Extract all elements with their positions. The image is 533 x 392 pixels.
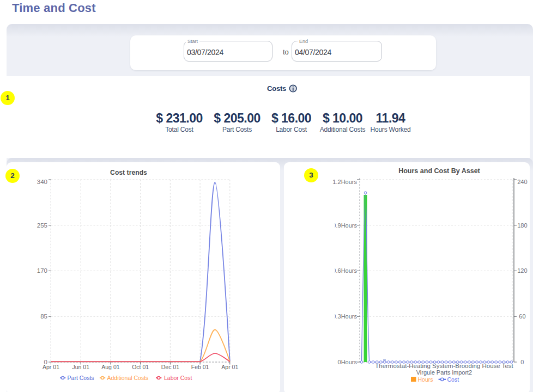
svg-text:Dec 01: Dec 01 — [161, 364, 179, 370]
svg-text:Apr 01: Apr 01 — [221, 364, 238, 370]
svg-text:Thermostat-Heating System-Broo: Thermostat-Heating System-Brooding House… — [375, 363, 513, 369]
svg-text:Virgule Parts import2: Virgule Parts import2 — [416, 369, 473, 376]
svg-text:0Hours: 0Hours — [338, 359, 358, 365]
svg-text:0.9Hours: 0.9Hours — [332, 222, 357, 229]
svg-text:170: 170 — [37, 267, 47, 274]
svg-text:0: 0 — [520, 359, 524, 365]
svg-text:85: 85 — [40, 313, 47, 320]
svg-text:120: 120 — [517, 267, 527, 274]
svg-text:Oct 01: Oct 01 — [132, 364, 149, 370]
svg-text:340: 340 — [37, 179, 47, 185]
svg-text:Cost: Cost — [447, 376, 459, 383]
svg-text:Part Costs: Part Costs — [68, 375, 94, 381]
svg-text:180: 180 — [517, 222, 527, 229]
svg-text:0.6Hours: 0.6Hours — [332, 267, 357, 274]
svg-text:Labor Cost: Labor Cost — [164, 375, 192, 381]
svg-text:1.2Hours: 1.2Hours — [332, 179, 357, 185]
svg-text:Hours: Hours — [418, 376, 433, 383]
svg-text:Additional Costs: Additional Costs — [107, 375, 149, 381]
svg-text:Jun 01: Jun 01 — [72, 364, 89, 370]
svg-text:Hours and Cost By Asset: Hours and Cost By Asset — [398, 167, 480, 175]
svg-text:255: 255 — [37, 222, 47, 229]
svg-text:240: 240 — [517, 179, 527, 185]
svg-text:0.3Hours: 0.3Hours — [332, 313, 357, 320]
svg-text:Feb 01: Feb 01 — [191, 364, 209, 370]
svg-text:Cost trends: Cost trends — [110, 169, 147, 176]
svg-text:Apr 01: Apr 01 — [43, 364, 59, 370]
svg-text:Aug 01: Aug 01 — [101, 364, 119, 370]
svg-text:60: 60 — [519, 313, 525, 320]
